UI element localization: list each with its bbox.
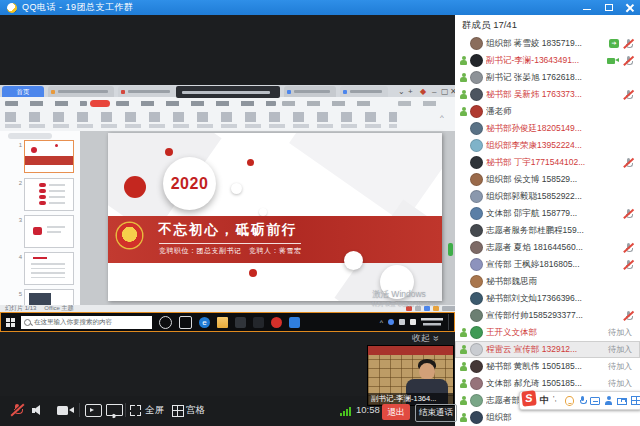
member-row[interactable]: 宣传部付帅1585293377... ➔	[455, 307, 640, 324]
fullscreen-button[interactable]: 全屏	[145, 404, 164, 417]
maximize-button[interactable]	[604, 3, 613, 12]
member-name: 副书记-李澜-13643491...	[486, 55, 579, 67]
presence-icon	[459, 107, 468, 117]
member-row[interactable]: 组织部 ➔	[455, 409, 640, 426]
ime-grid-icon[interactable]	[631, 396, 640, 405]
wps-menu-highlight	[90, 100, 110, 107]
slide-thumbnail[interactable]	[24, 215, 74, 248]
exit-button[interactable]: 退出	[382, 404, 410, 420]
member-sidebar: 群成员 17/41 组织部 蒋雪姣 1835719... ➔ 副书记-李澜-13…	[455, 15, 640, 426]
waiting-badge: 待加入	[608, 378, 632, 389]
avatar	[470, 122, 483, 135]
mic-muted-icon	[623, 208, 634, 219]
member-row[interactable]: 志愿者 夏焰 181644560... ➔	[455, 239, 640, 256]
ime-mode-toggle[interactable]: 中	[540, 394, 549, 407]
qq-call-window: QQ电话 - 19团总支工作群 首页 ⌄ + ◆ – ▢ ✕	[0, 0, 640, 426]
call-duration: 10:58	[356, 404, 380, 415]
mic-muted-icon	[623, 259, 634, 270]
member-name: 秘书部 黄凯伟 1505185...	[486, 361, 582, 373]
video-thumbnail[interactable]: 副书记-李澜-1364...	[368, 346, 453, 405]
ime-account-icon[interactable]	[604, 396, 612, 405]
member-row[interactable]: 秘书部 黄凯伟 1505185... ➔ 待加入	[455, 358, 640, 375]
member-row[interactable]: 志愿者服务部桂鹏程159... ➔	[455, 222, 640, 239]
ime-emoji-icon[interactable]	[565, 396, 574, 406]
member-row[interactable]: 文体部 邵宇航 158779... ➔	[455, 205, 640, 222]
member-row[interactable]: 副书记 张晏旭 1762618... ➔	[455, 69, 640, 86]
member-row[interactable]: 组织部李荣康13952224... ➔	[455, 137, 640, 154]
avatar	[470, 37, 483, 50]
share-screen-button[interactable]	[85, 404, 102, 417]
sogou-logo-icon[interactable]: S	[521, 390, 536, 406]
title-bar[interactable]: QQ电话 - 19团总支工作群	[0, 0, 640, 15]
close-button[interactable]	[625, 3, 634, 12]
member-row[interactable]: 秘书部 吴新炜 1763373... ➔	[455, 86, 640, 103]
avatar	[470, 156, 483, 169]
member-row[interactable]: 宣传部 王枫婷1816805... ➔	[455, 256, 640, 273]
member-row[interactable]: 副书记-李澜-13643491... ➔	[455, 52, 640, 69]
end-call-button[interactable]: 结束通话	[415, 404, 457, 422]
slide-year: 2020	[163, 157, 216, 210]
activate-windows-watermark: 激活 Windows 转到“设置”以激活 Windows。	[372, 289, 444, 308]
ime-keyboard-icon[interactable]	[590, 397, 600, 405]
grid-view-icon[interactable]	[172, 405, 184, 417]
wps-tab-tooltip	[176, 86, 280, 98]
thumbnail-number: 1	[14, 142, 22, 148]
slide-thumbnail[interactable]	[24, 252, 74, 285]
wps-document-tab	[340, 86, 388, 97]
member-name: 秘书部魏思雨	[486, 276, 537, 288]
avatar	[470, 173, 483, 186]
ime-toolbox-icon[interactable]	[617, 398, 627, 405]
presence-icon	[459, 328, 468, 338]
member-row[interactable]: 组织部郭毅聪15852922... ➔	[455, 188, 640, 205]
presence-icon	[459, 56, 468, 66]
wps-home-tab: 首页	[2, 86, 44, 97]
slide-title: 不忘初心，砥砺前行	[158, 221, 298, 239]
collapse-video-button[interactable]: 收起«	[412, 332, 439, 345]
member-name: 文体部 邵宇航 158779...	[486, 208, 577, 220]
slide-subtitle: 竞聘职位：团总支副书记 竞聘人：蒋雪宏	[159, 246, 302, 256]
member-name: 组织部郭毅聪15852922...	[486, 191, 582, 203]
task-view-icon	[179, 316, 192, 329]
whiteboard-button[interactable]	[106, 404, 123, 416]
member-name: 志愿者服务部桂鹏程159...	[486, 225, 584, 237]
wps-menu-bar	[0, 97, 455, 109]
grid-view-button[interactable]: 宫格	[186, 404, 205, 417]
member-row[interactable]: 组织部 蒋雪姣 1835719... ➔	[455, 35, 640, 52]
fullscreen-icon[interactable]	[130, 405, 141, 416]
presence-icon	[459, 90, 468, 100]
edge-icon: e	[199, 317, 210, 328]
speaker-button[interactable]	[32, 405, 44, 416]
avatar	[470, 309, 483, 322]
mic-muted-button[interactable]	[10, 403, 24, 417]
wps-tab-bar: 首页 ⌄ + ◆ – ▢ ✕	[0, 85, 455, 97]
member-row[interactable]: 文体部 郝允琦 1505185... ➔ 待加入	[455, 375, 640, 392]
member-row[interactable]: 秘书部孙俊廷18205149... ➔	[455, 120, 640, 137]
thumbnail-number: 4	[14, 254, 22, 260]
member-row[interactable]: 秘书部魏思雨 ➔	[455, 273, 640, 290]
member-row[interactable]: 程雷云 宣传部 132912... ➔ 待加入	[455, 341, 640, 358]
minimize-button[interactable]	[583, 3, 592, 12]
member-row[interactable]: 秘书部刘文灿17366396... ➔	[455, 290, 640, 307]
ime-toolbar[interactable]: S 中	[519, 391, 640, 410]
member-row[interactable]: 潘老师 ➔	[455, 103, 640, 120]
ime-punctuation-icon[interactable]	[553, 396, 561, 405]
file-explorer-icon	[217, 317, 228, 328]
member-row[interactable]: 秘书部 丁宇1771544102... ➔	[455, 154, 640, 171]
slide-thumbnail[interactable]	[24, 140, 74, 173]
screen-share-view: 首页 ⌄ + ◆ – ▢ ✕	[0, 85, 455, 331]
thumbnail-number: 3	[14, 217, 22, 223]
presence-icon	[459, 345, 468, 355]
member-name: 文体部 郝允琦 1505185...	[486, 378, 582, 390]
waiting-badge: 待加入	[608, 344, 632, 355]
member-row[interactable]: 王开义文体部 ➔ 待加入	[455, 324, 640, 341]
remote-taskbar: 在这里输入你要搜索的内容 e ^	[0, 312, 455, 332]
slide-thumbnail[interactable]	[24, 178, 74, 211]
avatar	[470, 394, 483, 407]
ime-voice-icon[interactable]	[578, 396, 586, 405]
system-tray: ^	[380, 314, 451, 330]
screenshare-on-icon: ➔	[609, 39, 619, 48]
camera-button[interactable]	[57, 405, 74, 416]
app-icon	[253, 317, 264, 328]
app-icon	[271, 317, 282, 328]
member-row[interactable]: 组织部 侯文博 158529... ➔	[455, 171, 640, 188]
